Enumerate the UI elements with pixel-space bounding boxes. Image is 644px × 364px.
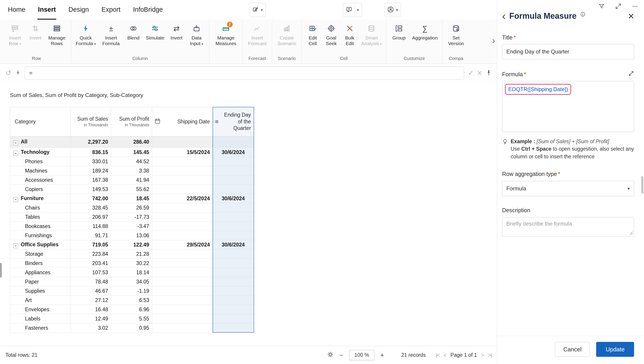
account-button[interactable]: ▾ [384, 3, 401, 17]
cell-ending-day[interactable] [213, 203, 254, 212]
cell-ending-day[interactable] [213, 212, 254, 222]
cell-category[interactable]: Supplies [10, 286, 71, 296]
cell-sales[interactable]: 719.05 [71, 240, 111, 250]
cell-sales[interactable]: 742.00 [71, 194, 111, 203]
bulk-edit-button[interactable]: Bulk Edit [341, 22, 359, 46]
cell-ending-day[interactable] [213, 176, 254, 185]
table-row[interactable]: Tables 206.97 -17.73 [10, 212, 254, 222]
update-button[interactable]: Update [596, 342, 634, 357]
invert-column-button[interactable]: ⇄ Invert [167, 22, 186, 41]
cell-ending-day[interactable]: 30/6/2024 [213, 148, 254, 157]
goal-seek-button[interactable]: Goal Seek [322, 22, 340, 46]
table-row[interactable]: Appliances 107.53 18.14 [10, 268, 254, 277]
cell-shipping-date[interactable] [152, 286, 213, 296]
cell-category[interactable]: −All [10, 136, 71, 148]
table-row[interactable]: Chairs 328.45 26.59 [10, 203, 254, 212]
table-row[interactable]: −All 2,297.20 286.40 [10, 136, 254, 148]
cell-profit[interactable]: 30.22 [111, 259, 152, 268]
cell-category[interactable]: Bookcases [10, 222, 71, 231]
table-row[interactable]: Machines 189.24 3.38 [10, 166, 254, 176]
table-row[interactable]: Art 27.12 6.53 [10, 296, 254, 305]
cell-sales[interactable]: 2,297.20 [71, 136, 111, 148]
cell-category[interactable]: Machines [10, 166, 71, 176]
tab-export[interactable]: Export [101, 0, 121, 20]
commit-check-icon[interactable]: ✓ [468, 70, 474, 76]
cell-profit[interactable]: 55.62 [111, 185, 152, 194]
cell-sales[interactable]: 223.84 [71, 250, 111, 259]
column-header-shipping-date[interactable]: Shipping Date [152, 107, 213, 136]
smart-analysis-button[interactable]: Smart Analysis▾ [359, 22, 384, 46]
tab-design[interactable]: Design [68, 0, 89, 20]
cell-shipping-date[interactable] [152, 166, 213, 176]
cell-profit[interactable]: -17.73 [111, 212, 152, 222]
cell-profit[interactable]: 44.52 [111, 157, 152, 166]
column-menu-icon[interactable]: ≡ [215, 118, 218, 125]
cell-shipping-date[interactable] [152, 136, 213, 148]
cell-category[interactable]: −Technology [10, 148, 71, 157]
cell-category[interactable]: Accessories [10, 176, 71, 185]
cell-profit[interactable]: 122.49 [111, 240, 152, 250]
cell-ending-day[interactable] [213, 268, 254, 277]
cell-ending-day[interactable] [213, 185, 254, 194]
cell-ending-day[interactable] [213, 314, 254, 324]
flash-fill-icon[interactable] [15, 70, 21, 77]
create-scenario-button[interactable]: Create Scenario [274, 22, 299, 46]
edit-mode-button[interactable]: ▾ [249, 3, 266, 17]
aggregation-button[interactable]: ∑ Aggregation [410, 22, 440, 41]
cell-sales[interactable]: 149.53 [71, 185, 111, 194]
cell-sales[interactable]: 189.24 [71, 166, 111, 176]
cell-category[interactable]: Storage [10, 250, 71, 259]
more-options-icon[interactable] [632, 3, 638, 10]
cell-sales[interactable]: 3.02 [71, 324, 111, 333]
table-row[interactable]: Storage 223.84 21.28 [10, 250, 254, 259]
insert-formula-button[interactable]: ± Insert Formula [99, 22, 124, 46]
cell-category[interactable]: Furnishings [10, 231, 71, 240]
table-row[interactable]: Paper 78.48 34.05 [10, 277, 254, 286]
cell-profit[interactable]: 41.94 [111, 176, 152, 185]
cell-sales[interactable]: 836.15 [71, 148, 111, 157]
tab-infobridge[interactable]: InfoBridge [133, 0, 163, 20]
cell-ending-day[interactable] [213, 296, 254, 305]
cell-shipping-date[interactable] [152, 212, 213, 222]
cell-category[interactable]: Paper [10, 277, 71, 286]
ribbon-overflow-chevron[interactable]: › [492, 36, 495, 46]
cell-sales[interactable]: 91.71 [71, 231, 111, 240]
column-header-category[interactable]: Category [10, 107, 71, 136]
table-row[interactable]: Phones 330.01 44.52 [10, 157, 254, 166]
data-input-button[interactable]: Data Input▾ [186, 22, 207, 46]
cell-sales[interactable]: 46.67 [71, 286, 111, 296]
cell-profit[interactable]: 0.95 [111, 324, 152, 333]
left-scrollbar-thumb[interactable] [0, 263, 2, 278]
manage-rows-button[interactable]: Manage Rows [45, 22, 69, 46]
collapse-icon[interactable]: − [13, 140, 18, 145]
zoom-level[interactable]: 100 % [349, 350, 374, 360]
cell-profit[interactable]: -3.47 [111, 222, 152, 231]
cell-ending-day[interactable] [213, 231, 254, 240]
cell-shipping-date[interactable] [152, 314, 213, 324]
cell-shipping-date[interactable] [152, 305, 213, 314]
cell-ending-day[interactable] [213, 259, 254, 268]
cell-profit[interactable]: 6.96 [111, 305, 152, 314]
cancel-button[interactable]: Cancel [555, 342, 590, 357]
cell-category[interactable]: Labels [10, 314, 71, 324]
prev-page-button[interactable]: < [444, 352, 446, 358]
table-row[interactable]: Accessories 167.38 41.94 [10, 176, 254, 185]
cell-profit[interactable]: 3.38 [111, 166, 152, 176]
cell-ending-day[interactable]: 30/6/2024 [213, 194, 254, 203]
cell-sales[interactable]: 107.53 [71, 268, 111, 277]
cell-ending-day[interactable] [213, 305, 254, 314]
manage-measures-button[interactable]: 2 Manage Measures [212, 22, 240, 46]
cell-ending-day[interactable] [213, 222, 254, 231]
table-row[interactable]: Envelopes 16.48 6.96 [10, 305, 254, 314]
cell-shipping-date[interactable] [152, 324, 213, 333]
cell-shipping-date[interactable] [152, 185, 213, 194]
cell-shipping-date[interactable] [152, 157, 213, 166]
cell-ending-day[interactable] [213, 136, 254, 148]
insert-forecast-button[interactable]: Insert Forecast [245, 22, 270, 46]
column-header-profit[interactable]: Sum of Profit in Thousands [111, 107, 152, 136]
cell-profit[interactable]: 34.05 [111, 277, 152, 286]
collapse-icon[interactable]: − [13, 243, 18, 248]
cell-profit[interactable]: 21.28 [111, 250, 152, 259]
cell-shipping-date[interactable] [152, 231, 213, 240]
table-row[interactable]: −Technology 836.15 145.45 15/5/2024 30/6… [10, 148, 254, 157]
